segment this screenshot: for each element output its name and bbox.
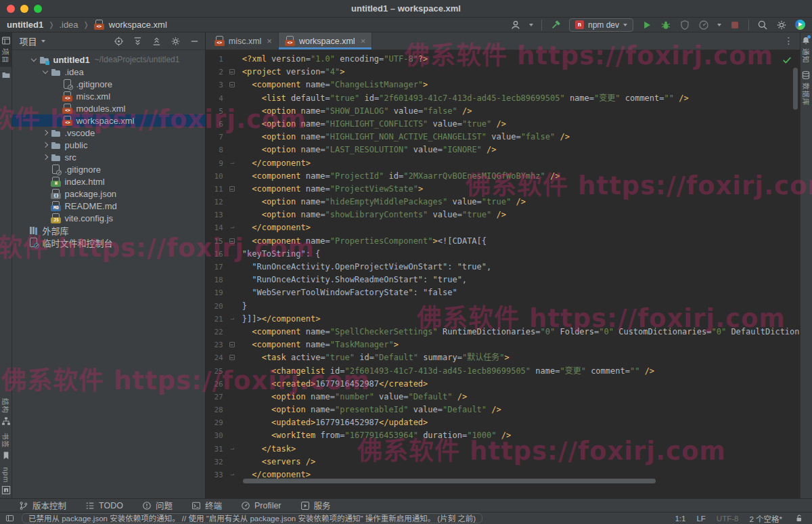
- code-line-16[interactable]: 16"keyToString": {: [206, 248, 800, 261]
- stop-button[interactable]: [729, 20, 740, 30]
- tree-item-misc.xml[interactable]: <>misc.xml: [12, 90, 204, 102]
- tool-window-button-npm[interactable]: npm: [0, 464, 12, 498]
- tool-window-bar-TODO[interactable]: TODO: [85, 501, 123, 510]
- code-line-31[interactable]: 31⌐ </task>: [206, 443, 800, 456]
- debug-button[interactable]: [660, 20, 671, 30]
- tree-item-外部库[interactable]: 外部库: [12, 224, 204, 236]
- code-line-4[interactable]: 4 <list default="true" id="2f601493-41c7…: [206, 92, 800, 105]
- tree-item-public[interactable]: public: [12, 139, 204, 151]
- search-everywhere-icon[interactable]: [757, 20, 768, 30]
- locate-file-button[interactable]: [114, 36, 124, 46]
- tree-chevron-icon[interactable]: [40, 143, 51, 147]
- tool-window-button-书签[interactable]: 书签: [0, 429, 12, 464]
- tree-item-package.json[interactable]: {}package.json: [12, 188, 204, 200]
- tree-item-README.md[interactable]: MDREADME.md: [12, 200, 204, 212]
- tree-item-.gitignore[interactable]: .gitignore: [12, 78, 204, 90]
- ide-logo-icon[interactable]: [795, 20, 805, 30]
- code-line-5[interactable]: 5 <option name="SHOW_DIALOG" value="fals…: [206, 105, 800, 118]
- breadcrumb-dir[interactable]: .idea: [59, 20, 78, 30]
- code-line-10[interactable]: 10 <component name="ProjectId" id="2MXaa…: [206, 170, 800, 183]
- tree-item-src[interactable]: src: [12, 151, 204, 163]
- tool-window-button-通知[interactable]: 通知: [800, 32, 812, 67]
- tool-window-bar-服务[interactable]: 服务: [300, 499, 331, 512]
- code-line-30[interactable]: 30 <workItem from="1677916453964" durati…: [206, 429, 800, 442]
- tool-window-bar-终端[interactable]: 终端: [191, 499, 222, 512]
- run-button[interactable]: [641, 20, 652, 30]
- close-tab-icon[interactable]: ×: [267, 36, 272, 46]
- caret-position-widget[interactable]: 1:1: [675, 515, 685, 523]
- code-line-22[interactable]: 22 <component name="SpellCheckerSettings…: [206, 326, 800, 339]
- coverage-button[interactable]: [679, 20, 690, 30]
- tree-chevron-icon[interactable]: [40, 155, 51, 159]
- fold-marker[interactable]: −: [229, 339, 238, 351]
- tool-window-switcher-icon[interactable]: [4, 513, 15, 524]
- code-line-2[interactable]: 2−<project version="4">: [206, 66, 800, 79]
- tool-window-button-folderS[interactable]: [0, 67, 12, 83]
- status-message[interactable]: 已禁用从 package.json 安装依赖项的通知。 // 使用 "启用有关从…: [22, 513, 482, 523]
- fold-marker[interactable]: −: [229, 235, 238, 248]
- tree-item-.idea[interactable]: .idea: [12, 66, 204, 78]
- code-line-9[interactable]: 9⌐ </component>: [206, 157, 800, 170]
- code-line-6[interactable]: 6 <option name="HIGHLIGHT_CONFLICTS" val…: [206, 118, 800, 131]
- tab-options-icon[interactable]: ⋮: [784, 35, 794, 46]
- encoding-widget[interactable]: UTF-8: [717, 515, 739, 523]
- line-separator-widget[interactable]: LF: [696, 515, 705, 523]
- settings-gear-icon[interactable]: [776, 20, 787, 30]
- tree-item-workspace.xml[interactable]: <>workspace.xml: [12, 114, 204, 127]
- tree-item-.gitignore[interactable]: .gitignore: [12, 163, 204, 175]
- fold-marker[interactable]: −: [229, 79, 238, 91]
- tool-window-button-数据库[interactable]: 数据库: [800, 67, 812, 110]
- profiler-button[interactable]: [698, 20, 709, 30]
- code-line-12[interactable]: 12 <option name="hideEmptyMiddlePackages…: [206, 196, 800, 209]
- fold-marker[interactable]: ⌐: [229, 468, 238, 481]
- code-line-17[interactable]: 17 "RunOnceActivity.OpenProjectViewOnSta…: [206, 261, 800, 274]
- code-line-21[interactable]: 21⌐}]]></component>: [206, 313, 800, 326]
- tree-item-vite.config.js[interactable]: JSvite.config.js: [12, 212, 204, 224]
- tool-window-bar-问题[interactable]: 问题: [142, 499, 173, 512]
- code-line-28[interactable]: 28 <option name="presentableId" value="D…: [206, 403, 800, 416]
- code-line-27[interactable]: 27 <option name="number" value="Default"…: [206, 391, 800, 403]
- hide-panel-button[interactable]: [189, 36, 200, 46]
- code-line-3[interactable]: 3− <component name="ChangeListManager">: [206, 79, 800, 91]
- code-line-13[interactable]: 13 <option name="showLibraryContents" va…: [206, 209, 800, 221]
- horizontal-scrollbar[interactable]: [243, 479, 656, 483]
- inspections-ok-icon[interactable]: [782, 56, 792, 65]
- code-line-26[interactable]: 26 <created>1677916452987</created>: [206, 378, 800, 391]
- code-line-8[interactable]: 8 <option name="LAST_RESOLUTION" value="…: [206, 144, 800, 156]
- tool-window-button-结构[interactable]: 结构: [0, 395, 12, 429]
- code-line-23[interactable]: 23− <component name="TaskManager">: [206, 339, 800, 351]
- tree-item-index.html[interactable]: Hindex.html: [12, 175, 204, 188]
- breadcrumb-file[interactable]: workspace.xml: [109, 20, 167, 30]
- code-line-18[interactable]: 18 "RunOnceActivity.ShowReadmeOnStart": …: [206, 274, 800, 286]
- panel-options-gear-icon[interactable]: [171, 36, 181, 46]
- fold-marker[interactable]: −: [229, 351, 238, 364]
- close-tab-icon[interactable]: ×: [361, 36, 366, 46]
- collapse-all-button[interactable]: [152, 36, 162, 46]
- fold-marker[interactable]: −: [229, 66, 238, 79]
- code-line-11[interactable]: 11− <component name="ProjectViewState">: [206, 183, 800, 196]
- tree-chevron-icon[interactable]: [40, 131, 51, 135]
- tree-item-临时文件和控制台[interactable]: 临时文件和控制台: [12, 236, 204, 248]
- code-line-1[interactable]: 1<?xml version="1.0" encoding="UTF-8"?>: [206, 53, 800, 66]
- project-panel-title[interactable]: 项目: [19, 35, 45, 47]
- fold-marker[interactable]: ⌐: [229, 157, 238, 170]
- readonly-lock-icon[interactable]: [793, 513, 804, 524]
- tool-window-bar-版本控制[interactable]: 版本控制: [19, 499, 66, 512]
- code-line-7[interactable]: 7 <option name="HIGHLIGHT_NON_ACTIVE_CHA…: [206, 131, 800, 144]
- code-line-24[interactable]: 24− <task active="true" id="Default" sum…: [206, 351, 800, 364]
- editor-tab-workspace.xml[interactable]: <>workspace.xml×: [279, 32, 372, 49]
- fold-marker[interactable]: ⌐: [229, 221, 238, 234]
- fold-marker[interactable]: ⌐: [229, 313, 238, 326]
- code-line-20[interactable]: 20}: [206, 300, 800, 313]
- chevron-down-icon[interactable]: [717, 24, 721, 26]
- code-editor[interactable]: 1<?xml version="1.0" encoding="UTF-8"?>2…: [206, 50, 800, 498]
- run-configuration-select[interactable]: n npm dev: [569, 18, 633, 32]
- fold-marker[interactable]: −: [229, 183, 238, 196]
- tool-window-button-项目[interactable]: 项目: [0, 32, 12, 67]
- vertical-scrollbar[interactable]: [793, 68, 798, 110]
- tree-chevron-icon[interactable]: [40, 71, 51, 73]
- expand-all-button[interactable]: [133, 36, 143, 46]
- code-line-14[interactable]: 14⌐ </component>: [206, 221, 800, 234]
- code-line-15[interactable]: 15− <component name="PropertiesComponent…: [206, 235, 800, 248]
- tree-item-untitled1[interactable]: untitled1~/IdeaProjects/untitled1: [12, 53, 204, 66]
